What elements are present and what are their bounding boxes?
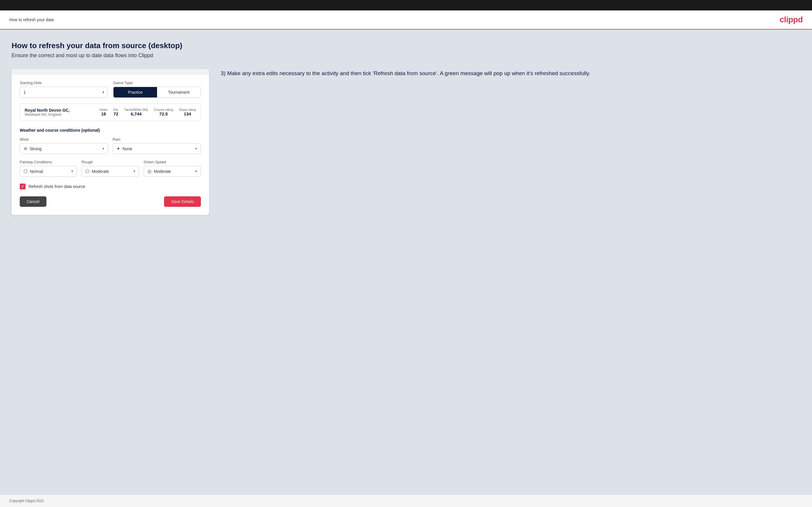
- wind-group: Wind ≋ Strong ▾: [20, 137, 108, 154]
- wind-label: Wind: [20, 137, 108, 142]
- refresh-checkbox-row: Refresh shots from data source: [20, 184, 201, 189]
- green-speed-arrow-icon: ▾: [195, 169, 197, 173]
- game-type-toggle: Practice Tournament: [113, 87, 201, 98]
- top-bar: [0, 0, 812, 10]
- green-speed-value: Moderate: [154, 169, 193, 174]
- course-location: Westward Ho!, England: [25, 113, 94, 117]
- par-stat: Par 72: [113, 108, 118, 117]
- wind-icon: ≋: [23, 146, 27, 152]
- holes-stat: Holes 18: [100, 108, 108, 117]
- yards-value: 6,744: [131, 111, 142, 116]
- course-rating-stat: Course rating 72.5: [154, 108, 173, 117]
- rough-value: Moderate: [92, 169, 131, 174]
- course-info: Royal North Devon GC, Westward Ho!, Engl…: [25, 108, 94, 117]
- rough-label: Rough: [82, 160, 139, 164]
- copyright: Copyright Clippd 2022: [9, 499, 44, 503]
- rain-select[interactable]: ✦ None ▾: [113, 143, 201, 154]
- rough-select[interactable]: ⬡ Moderate ▾: [82, 166, 139, 177]
- rough-icon: ⬡: [85, 169, 89, 174]
- course-rating-value: 72.5: [159, 111, 168, 116]
- rough-arrow-icon: ▾: [134, 169, 135, 173]
- game-type-label: Game Type: [113, 80, 201, 85]
- card-top-strip: [12, 69, 209, 75]
- fairway-arrow-icon: ▾: [71, 169, 73, 173]
- slope-rating-value: 134: [184, 111, 191, 116]
- course-name: Royal North Devon GC,: [25, 108, 94, 113]
- fairway-select[interactable]: ⬡ Normal ▾: [20, 166, 77, 177]
- buttons-row: Cancel Save Details: [20, 196, 201, 207]
- rain-arrow-icon: ▾: [195, 147, 197, 151]
- holes-value: 18: [101, 111, 106, 116]
- course-rating-label: Course rating: [154, 108, 173, 111]
- main-content: How to refresh your data from source (de…: [0, 30, 812, 495]
- save-button[interactable]: Save Details: [164, 196, 201, 207]
- starting-hole-label: Starting Hole: [20, 80, 107, 85]
- rough-group: Rough ⬡ Moderate ▾: [82, 160, 139, 177]
- game-type-group: Game Type Practice Tournament: [113, 80, 201, 98]
- side-description: 3) Make any extra edits necessary to the…: [221, 69, 800, 77]
- header: How to refresh your data clippd: [0, 10, 812, 30]
- conditions-title: Weather and course conditions (optional): [20, 128, 201, 132]
- holes-label: Holes: [100, 108, 108, 111]
- refresh-label: Refresh shots from data source: [29, 184, 85, 189]
- cancel-button[interactable]: Cancel: [20, 196, 46, 207]
- yards-stat: Yards/White (M)) 6,744: [124, 108, 148, 117]
- wind-value: Strong: [30, 147, 100, 151]
- green-speed-label: Green Speed: [144, 160, 201, 164]
- side-text: 3) Make any extra edits necessary to the…: [221, 69, 800, 77]
- green-speed-select[interactable]: ◎ Moderate ▾: [144, 166, 201, 177]
- wind-select[interactable]: ≋ Strong ▾: [20, 143, 108, 154]
- form-row-top: Starting Hole 1 ▾ Game Type Practice Tou…: [20, 80, 201, 98]
- conditions-grid-top: Wind ≋ Strong ▾ Rain ✦ None ▾: [20, 137, 201, 154]
- rain-group: Rain ✦ None ▾: [113, 137, 201, 154]
- starting-hole-select-wrapper[interactable]: 1 ▾: [20, 87, 107, 98]
- content-area: Starting Hole 1 ▾ Game Type Practice Tou…: [12, 69, 800, 215]
- page-title: How to refresh your data from source (de…: [12, 41, 800, 50]
- yards-label: Yards/White (M)): [124, 108, 148, 111]
- rain-label: Rain: [113, 137, 201, 142]
- conditions-grid-bottom: Fairway Conditions ⬡ Normal ▾ Rough ⬡ Mo…: [20, 160, 201, 177]
- starting-hole-select[interactable]: 1: [20, 87, 107, 98]
- slope-rating-label: Slope rating: [179, 108, 196, 111]
- form-card: Starting Hole 1 ▾ Game Type Practice Tou…: [12, 69, 209, 215]
- starting-hole-group: Starting Hole 1 ▾: [20, 80, 107, 98]
- practice-button[interactable]: Practice: [113, 87, 157, 98]
- footer: Copyright Clippd 2022: [0, 495, 812, 507]
- par-label: Par: [113, 108, 118, 111]
- rain-icon: ✦: [116, 146, 120, 152]
- tournament-button[interactable]: Tournament: [157, 87, 201, 98]
- fairway-label: Fairway Conditions: [20, 160, 77, 164]
- page-subtitle: Ensure the correct and most up to date d…: [12, 53, 800, 59]
- course-stats: Holes 18 Par 72 Yards/White (M)) 6,744 C…: [100, 108, 196, 117]
- rain-value: None: [122, 147, 193, 151]
- fairway-value: Normal: [30, 169, 69, 174]
- refresh-checkbox[interactable]: [20, 184, 26, 189]
- header-title: How to refresh your data: [9, 17, 54, 22]
- fairway-icon: ⬡: [23, 169, 28, 174]
- green-speed-icon: ◎: [148, 169, 152, 174]
- course-row: Royal North Devon GC, Westward Ho!, Engl…: [20, 104, 201, 121]
- logo: clippd: [780, 15, 803, 24]
- wind-arrow-icon: ▾: [102, 147, 104, 151]
- slope-rating-stat: Slope rating 134: [179, 108, 196, 117]
- par-value: 72: [113, 111, 118, 116]
- green-speed-group: Green Speed ◎ Moderate ▾: [144, 160, 201, 177]
- fairway-group: Fairway Conditions ⬡ Normal ▾: [20, 160, 77, 177]
